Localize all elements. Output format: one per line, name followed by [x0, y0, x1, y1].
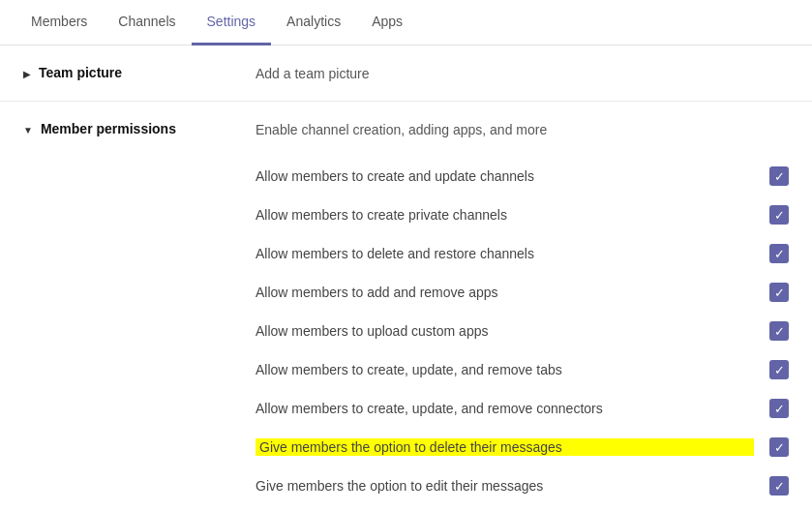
tab-channels[interactable]: Channels: [103, 0, 191, 45]
checkbox-create-update-remove-connectors[interactable]: ✓: [769, 399, 789, 418]
main-container: MembersChannelsSettingsAnalyticsApps ▶Te…: [0, 0, 812, 511]
checkmark-create-private-channels: ✓: [774, 209, 785, 222]
checkbox-create-update-channels[interactable]: ✓: [769, 166, 789, 186]
section-title-team-picture: Team picture: [39, 65, 122, 80]
checkbox-edit-messages[interactable]: ✓: [769, 476, 789, 496]
settings-row-label-add-remove-apps: Allow members to add and remove apps: [256, 285, 754, 300]
section-member-permissions: ▼Member permissionsEnable channel creati…: [0, 102, 812, 511]
settings-row-edit-messages: Give members the option to edit their me…: [256, 466, 789, 505]
checkmark-delete-restore-channels: ✓: [774, 248, 785, 260]
checkbox-add-remove-apps[interactable]: ✓: [769, 283, 789, 302]
section-toggle-member-permissions[interactable]: ▼Member permissions: [23, 121, 256, 136]
checkmark-create-update-remove-tabs: ✓: [774, 364, 785, 376]
checkmark-delete-messages: ✓: [774, 441, 785, 454]
settings-row-label-create-update-channels: Allow members to create and update chann…: [256, 168, 754, 184]
settings-row-create-update-remove-connectors: Allow members to create, update, and rem…: [256, 389, 789, 428]
section-header-team-picture: ▶Team pictureAdd a team picture: [0, 45, 812, 101]
settings-row-delete-restore-channels: Allow members to delete and restore chan…: [256, 234, 789, 273]
checkmark-upload-custom-apps: ✓: [774, 325, 785, 338]
section-title-member-permissions: Member permissions: [41, 121, 176, 136]
tab-analytics[interactable]: Analytics: [271, 0, 356, 45]
tab-apps[interactable]: Apps: [356, 0, 418, 45]
settings-row-label-create-private-channels: Allow members to create private channels: [256, 207, 754, 223]
settings-row-upload-custom-apps: Allow members to upload custom apps✓: [256, 312, 789, 350]
checkmark-create-update-remove-connectors: ✓: [774, 403, 785, 415]
content-area: ▶Team pictureAdd a team picture▼Member p…: [0, 45, 812, 511]
checkbox-create-private-channels[interactable]: ✓: [769, 205, 789, 225]
checkbox-create-update-remove-tabs[interactable]: ✓: [769, 360, 789, 379]
tab-bar: MembersChannelsSettingsAnalyticsApps: [0, 0, 812, 45]
settings-row-create-update-remove-tabs: Allow members to create, update, and rem…: [256, 350, 789, 389]
toggle-arrow-member-permissions: ▼: [23, 125, 33, 135]
settings-row-label-delete-messages: Give members the option to delete their …: [256, 438, 754, 456]
section-toggle-team-picture[interactable]: ▶Team picture: [23, 65, 256, 80]
section-team-picture: ▶Team pictureAdd a team picture: [0, 45, 812, 102]
settings-row-label-delete-restore-channels: Allow members to delete and restore chan…: [256, 246, 754, 261]
section-description-team-picture: Add a team picture: [256, 65, 370, 81]
settings-row-add-remove-apps: Allow members to add and remove apps✓: [256, 273, 789, 312]
checkmark-edit-messages: ✓: [774, 480, 785, 493]
checkbox-delete-messages[interactable]: ✓: [769, 437, 789, 457]
checkbox-delete-restore-channels[interactable]: ✓: [769, 244, 789, 263]
settings-row-create-private-channels: Allow members to create private channels…: [256, 195, 789, 234]
checkmark-add-remove-apps: ✓: [774, 286, 785, 299]
checkbox-upload-custom-apps[interactable]: ✓: [769, 321, 789, 341]
section-description-member-permissions: Enable channel creation, adding apps, an…: [256, 121, 547, 137]
settings-row-label-create-update-remove-connectors: Allow members to create, update, and rem…: [256, 401, 754, 416]
settings-row-label-create-update-remove-tabs: Allow members to create, update, and rem…: [256, 362, 754, 377]
tab-members[interactable]: Members: [15, 0, 103, 45]
section-header-member-permissions: ▼Member permissionsEnable channel creati…: [0, 102, 812, 157]
settings-row-label-edit-messages: Give members the option to edit their me…: [256, 478, 754, 494]
settings-row-create-update-channels: Allow members to create and update chann…: [256, 157, 789, 195]
toggle-arrow-team-picture: ▶: [23, 69, 31, 79]
tab-settings[interactable]: Settings: [192, 0, 272, 45]
settings-row-label-upload-custom-apps: Allow members to upload custom apps: [256, 323, 754, 339]
checkmark-create-update-channels: ✓: [774, 170, 785, 183]
settings-rows-member-permissions: Allow members to create and update chann…: [0, 157, 812, 511]
settings-row-delete-messages: Give members the option to delete their …: [256, 428, 789, 466]
